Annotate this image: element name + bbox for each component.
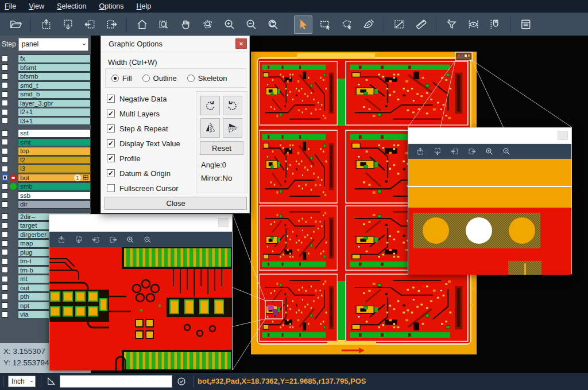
layer-checkbox-bfsmt[interactable] (2, 64, 8, 71)
window-button[interactable] (558, 131, 568, 140)
layer-checkbox-l2-1[interactable] (2, 109, 8, 115)
window-title-bar[interactable] (408, 128, 571, 144)
layer-name[interactable]: l2+1 (18, 108, 91, 116)
mirror-vertical-button[interactable] (223, 118, 242, 138)
tool-view-up-button[interactable] (413, 145, 427, 158)
layer-name[interactable]: smt (18, 138, 91, 147)
tool-zoom-in-button[interactable] (123, 233, 137, 246)
tool-view-down-button[interactable] (72, 233, 86, 246)
checkbox-profile[interactable]: ✓ (107, 154, 115, 162)
layer-checkbox-npt[interactable] (2, 302, 8, 309)
tool-view-up-button[interactable] (55, 233, 68, 246)
layer-checkbox-l3-1[interactable] (2, 118, 8, 124)
layer-checkbox-pth[interactable] (2, 294, 8, 300)
dialog-title-bar[interactable]: Graphic Options (101, 36, 249, 52)
layer-checkbox-smb[interactable] (2, 184, 8, 190)
layer-name[interactable]: bfsmb (18, 72, 91, 81)
sync-check-icon[interactable] (176, 376, 187, 389)
menu-selection[interactable]: Selection (57, 2, 86, 10)
layer-checkbox-tm-b[interactable] (2, 267, 8, 273)
layer-checkbox-bot[interactable] (2, 174, 8, 181)
tool-zoom-out-button[interactable] (242, 15, 260, 34)
option-multi-layers[interactable]: ✓Multi Layers (107, 106, 180, 121)
tool-view-up-button[interactable] (37, 15, 55, 34)
window-button[interactable] (218, 218, 229, 227)
tool-report-button[interactable] (516, 15, 535, 34)
checkbox-multi-layers[interactable]: ✓ (107, 110, 115, 118)
tool-view-down-button[interactable] (59, 15, 77, 34)
layer-name[interactable]: ssb (18, 192, 91, 200)
layer-checkbox-tm-t[interactable] (2, 258, 8, 264)
menu-view[interactable]: View (29, 2, 44, 10)
tool-view-left-button[interactable] (80, 15, 99, 34)
tool-open-file-button[interactable] (6, 15, 25, 34)
tool-zoom-in-button[interactable] (482, 145, 496, 158)
radio-fill[interactable]: Fill (111, 74, 132, 83)
tool-home-view-button[interactable] (133, 15, 151, 34)
layer-checkbox-plug[interactable] (2, 249, 8, 255)
layer-name[interactable]: l3+1 (18, 117, 91, 126)
layer-checkbox-top[interactable] (2, 148, 8, 154)
tool-select-polygon-button[interactable] (338, 15, 356, 34)
option-fullscreen-cursor[interactable]: Fullscreen Cursor (107, 181, 180, 196)
tool-zoom-in-button[interactable] (220, 15, 238, 34)
layer-checkbox-2dir[interactable] (2, 213, 8, 220)
tool-filter-button[interactable] (442, 15, 461, 34)
corner-angle-icon[interactable] (45, 376, 56, 389)
tool-view-left-button[interactable] (89, 233, 103, 246)
option-negative-data[interactable]: ✓Negative Data (107, 91, 180, 106)
layer-checkbox-ssb[interactable] (2, 192, 8, 198)
menu-options[interactable]: Options (99, 2, 123, 10)
layer-name[interactable]: bfsmt (18, 64, 91, 72)
layer-name[interactable]: l2 (18, 156, 91, 165)
option-display-text-value[interactable]: ✓Display Text Value (107, 136, 180, 151)
layer-checkbox-l2[interactable] (2, 157, 8, 163)
tool-select-arrow-button[interactable] (294, 15, 312, 34)
tool-zoom-out-button[interactable] (141, 233, 154, 246)
tool-view-down-button[interactable] (431, 145, 444, 158)
tool-measure-ruler-button[interactable] (412, 15, 430, 34)
tool-zoom-out-button[interactable] (500, 145, 513, 158)
checkbox-datum-origin[interactable]: ✓ (107, 169, 115, 177)
radio-skeleton[interactable]: Skeleton (187, 74, 227, 83)
layer-checkbox-fx[interactable] (2, 56, 8, 62)
rotate-ccw-button[interactable] (223, 96, 242, 115)
layer-name[interactable]: layer_3.gbr (18, 99, 91, 108)
layer-name[interactable]: l3 (18, 165, 91, 173)
tool-zoom-window-button[interactable] (154, 15, 173, 34)
layer-checkbox-bfsmb[interactable] (2, 73, 8, 80)
tool-snap-button[interactable] (486, 15, 504, 34)
radio-outline[interactable]: Outline (142, 74, 177, 83)
option-profile[interactable]: ✓Profile (107, 151, 180, 166)
rotate-cw-button[interactable] (200, 96, 220, 115)
layer-name[interactable]: smd_t (18, 81, 91, 90)
layer-name[interactable]: top (18, 147, 91, 155)
menu-file[interactable]: File (5, 2, 16, 10)
tool-zoom-polygon-button[interactable] (198, 15, 216, 34)
command-input[interactable] (60, 375, 172, 388)
layer-checkbox-l3[interactable] (2, 166, 8, 172)
tool-clean-select-button[interactable] (359, 15, 378, 34)
checkbox-step-repeat[interactable]: ✓ (107, 124, 115, 132)
tool-view-left-button[interactable] (448, 145, 462, 158)
layer-checkbox-sst[interactable] (2, 130, 8, 136)
option-datum-origin[interactable]: ✓Datum & Origin (107, 166, 180, 181)
close-icon[interactable] (235, 38, 247, 49)
layer-name[interactable]: smb (18, 182, 91, 191)
mirror-horizontal-button[interactable] (200, 118, 220, 138)
tool-zoom-previous-button[interactable] (264, 15, 282, 34)
layer-checkbox-mt[interactable] (2, 276, 8, 282)
layer-name[interactable]: bot1 (18, 174, 91, 182)
option-step-repeat[interactable]: ✓Step & Repeat (107, 121, 180, 136)
checkbox-fullscreen-cursor[interactable] (107, 184, 115, 192)
pcb-detail-view-1[interactable] (49, 247, 232, 370)
tool-view-right-button[interactable] (106, 233, 120, 246)
layer-checkbox-dir[interactable] (2, 201, 8, 208)
tool-view-right-button[interactable] (465, 145, 479, 158)
step-select[interactable]: panel (18, 38, 88, 51)
layer-checkbox-out[interactable] (2, 284, 8, 291)
layer-checkbox-dirgerber[interactable] (2, 231, 8, 237)
window-title-bar[interactable] (49, 214, 232, 232)
tool-measure-distance-button[interactable] (390, 15, 408, 34)
layer-checkbox-map[interactable] (2, 240, 8, 247)
